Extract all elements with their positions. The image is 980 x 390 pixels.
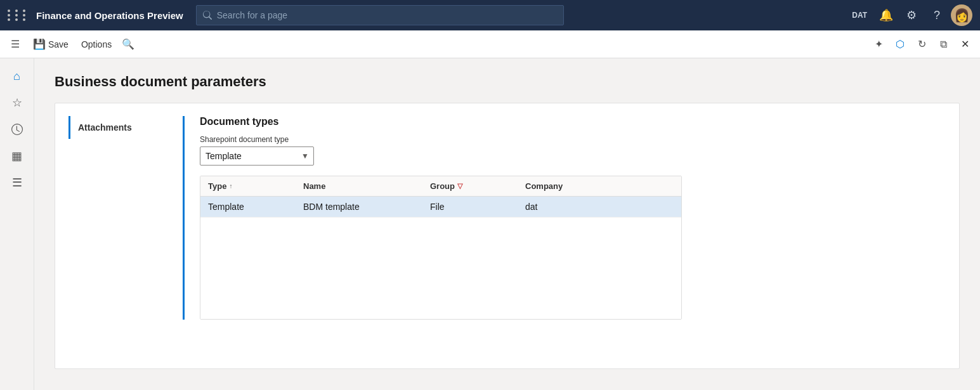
content-area: Business document parameters Attachments… — [34, 58, 980, 390]
sharepoint-doc-type-select[interactable]: Template File URL Note — [200, 146, 314, 166]
cell-type: Template — [200, 197, 296, 217]
right-content: Document types Sharepoint document type … — [185, 116, 944, 320]
table-empty-area — [200, 218, 681, 319]
options-button[interactable]: Options — [76, 37, 117, 52]
col-type: Type ↑ — [200, 176, 296, 196]
action-bar-right: ✦ ⬡ ↻ ⧉ ✕ — [868, 34, 975, 55]
settings-icon[interactable]: ⚙ — [900, 4, 923, 27]
filter-icon: ▽ — [457, 182, 462, 190]
sidebar-item-favorites[interactable]: ☆ — [4, 90, 30, 115]
dropdown-field-label: Sharepoint document type — [200, 135, 944, 144]
notification-icon[interactable]: 🔔 — [875, 4, 898, 27]
search-input[interactable] — [217, 10, 557, 20]
sidebar-item-recent[interactable] — [4, 117, 30, 142]
search-icon — [203, 11, 212, 20]
cell-group: File — [422, 197, 518, 217]
top-nav-right-actions: DAT 🔔 ⚙ ? 👩 — [847, 4, 972, 27]
table-body: Template BDM template File dat — [200, 197, 681, 319]
table-header: Type ↑ Name Group ▽ Company — [200, 176, 681, 197]
close-button[interactable]: ✕ — [955, 34, 975, 55]
left-sidebar: ⌂ ☆ ▦ ☰ — [0, 58, 34, 390]
app-grid-icon[interactable] — [8, 10, 29, 21]
document-types-table: Type ↑ Name Group ▽ Company — [200, 176, 682, 320]
options-label: Options — [81, 39, 112, 49]
sharepoint-doc-type-wrapper: Template File URL Note ▼ — [200, 146, 314, 166]
sort-icon: ↑ — [229, 183, 232, 190]
section-title: Document types — [200, 116, 944, 127]
hamburger-icon[interactable]: ☰ — [5, 34, 25, 55]
save-icon: 💾 — [33, 38, 46, 50]
action-bar: ☰ 💾 Save Options 🔍 ✦ ⬡ ↻ ⧉ ✕ — [0, 30, 980, 58]
sidebar-item-home[interactable]: ⌂ — [4, 63, 30, 89]
user-avatar[interactable]: 👩 — [951, 4, 972, 26]
main-card: Attachments Document types Sharepoint do… — [55, 103, 960, 369]
tab-panel: Attachments — [70, 116, 185, 320]
save-label: Save — [48, 39, 69, 49]
main-layout: ⌂ ☆ ▦ ☰ Business document parameters Att… — [0, 58, 980, 390]
card-inner: Attachments Document types Sharepoint do… — [70, 116, 944, 320]
env-badge: DAT — [847, 11, 872, 20]
table-row[interactable]: Template BDM template File dat — [200, 197, 681, 218]
sidebar-item-list[interactable]: ☰ — [4, 170, 30, 195]
col-name: Name — [296, 176, 422, 196]
office-icon[interactable]: ⬡ — [890, 34, 910, 55]
global-search-box[interactable] — [196, 5, 564, 25]
personalize-icon[interactable]: ✦ — [868, 34, 889, 55]
action-search-icon[interactable]: 🔍 — [119, 36, 137, 53]
cell-company: dat — [518, 197, 613, 217]
page-title: Business document parameters — [55, 74, 960, 90]
cell-name: BDM template — [296, 197, 422, 217]
top-nav-bar: Finance and Operations Preview DAT 🔔 ⚙ ?… — [0, 0, 980, 30]
sidebar-item-workspaces[interactable]: ▦ — [4, 143, 30, 169]
open-in-new-icon[interactable]: ⧉ — [933, 34, 953, 55]
save-button[interactable]: 💾 Save — [28, 36, 74, 53]
help-icon[interactable]: ? — [925, 4, 948, 27]
col-group: Group ▽ — [422, 176, 518, 196]
app-title: Finance and Operations Preview — [36, 10, 183, 21]
tab-attachments[interactable]: Attachments — [69, 116, 175, 139]
col-company: Company — [518, 176, 613, 196]
refresh-icon[interactable]: ↻ — [911, 34, 932, 55]
